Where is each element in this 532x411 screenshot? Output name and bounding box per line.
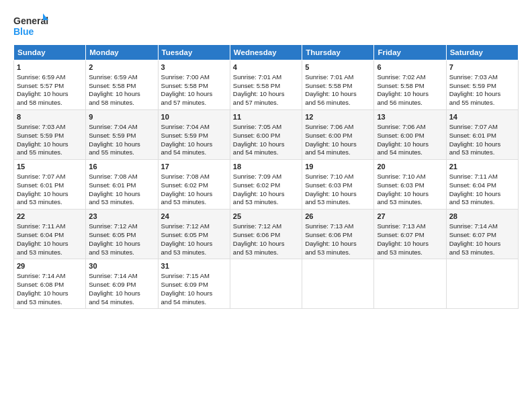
day-info-line: Sunrise: 7:14 AM: [17, 272, 83, 281]
day-info-line: and 55 minutes.: [449, 99, 515, 107]
day-info-line: and 53 minutes.: [377, 248, 443, 257]
calendar-cell: [302, 259, 374, 309]
day-info-line: Daylight: 10 hours: [233, 240, 299, 248]
day-info-line: Sunset: 5:59 PM: [89, 132, 154, 140]
day-info-line: Sunset: 5:57 PM: [17, 82, 83, 91]
calendar-cell: [230, 259, 302, 309]
day-info-line: Sunset: 5:58 PM: [89, 82, 154, 91]
day-info-line: Sunset: 5:59 PM: [161, 132, 227, 140]
day-info-line: Daylight: 10 hours: [17, 90, 83, 99]
day-number: 21: [449, 162, 515, 172]
day-info-line: Sunrise: 7:13 AM: [377, 222, 443, 231]
calendar-cell: 30Sunrise: 7:14 AMSunset: 6:09 PMDayligh…: [86, 259, 158, 309]
day-info-line: Daylight: 10 hours: [233, 190, 299, 199]
day-info-line: Sunrise: 7:04 AM: [161, 123, 227, 132]
calendar-cell: 31Sunrise: 7:15 AMSunset: 6:09 PMDayligh…: [158, 259, 230, 309]
calendar-table: SundayMondayTuesdayWednesdayThursdayFrid…: [13, 44, 519, 309]
weekday-header-cell: Tuesday: [158, 45, 230, 60]
day-info-line: Sunrise: 7:06 AM: [377, 123, 443, 132]
day-info-line: Sunset: 5:58 PM: [161, 82, 227, 91]
day-info-line: Sunset: 6:01 PM: [17, 181, 83, 190]
day-info-line: Sunset: 6:02 PM: [233, 181, 299, 190]
calendar-cell: 5Sunrise: 7:01 AMSunset: 5:58 PMDaylight…: [302, 60, 374, 110]
calendar-cell: 12Sunrise: 7:06 AMSunset: 6:00 PMDayligh…: [302, 110, 374, 160]
day-info-line: and 53 minutes.: [449, 198, 515, 207]
day-info-line: Sunrise: 7:01 AM: [233, 73, 299, 82]
day-info-line: Sunset: 5:59 PM: [17, 132, 83, 140]
day-info-line: Sunrise: 7:10 AM: [305, 173, 371, 181]
day-info-line: Daylight: 10 hours: [305, 140, 371, 149]
day-info-line: and 54 minutes.: [161, 148, 227, 157]
day-info-line: Daylight: 10 hours: [305, 90, 371, 99]
day-info-line: and 58 minutes.: [89, 99, 154, 107]
day-info-line: Daylight: 10 hours: [449, 140, 515, 149]
calendar-cell: 27Sunrise: 7:13 AMSunset: 6:07 PMDayligh…: [374, 210, 446, 259]
day-info-line: Sunset: 6:04 PM: [449, 181, 515, 190]
day-info-line: and 53 minutes.: [89, 198, 154, 207]
day-info-line: Daylight: 10 hours: [89, 240, 154, 248]
calendar-cell: 2Sunrise: 6:59 AMSunset: 5:58 PMDaylight…: [86, 60, 158, 110]
day-info-line: and 57 minutes.: [161, 99, 227, 107]
day-number: 30: [89, 261, 154, 271]
day-info-line: Daylight: 10 hours: [17, 190, 83, 199]
day-info-line: Sunset: 5:58 PM: [377, 82, 443, 91]
day-info-line: Daylight: 10 hours: [161, 240, 227, 248]
day-info-line: Sunset: 6:01 PM: [89, 181, 154, 190]
day-info-line: Sunrise: 7:06 AM: [305, 123, 371, 132]
day-info-line: Sunset: 6:06 PM: [233, 231, 299, 240]
day-info-line: Sunset: 6:07 PM: [449, 231, 515, 240]
calendar-cell: 17Sunrise: 7:08 AMSunset: 6:02 PMDayligh…: [158, 160, 230, 210]
day-info-line: and 53 minutes.: [17, 298, 83, 307]
day-info-line: Sunset: 6:03 PM: [305, 181, 371, 190]
day-info-line: Sunrise: 7:04 AM: [89, 123, 154, 132]
day-info-line: Daylight: 10 hours: [17, 240, 83, 248]
day-info-line: Daylight: 10 hours: [449, 190, 515, 199]
calendar-cell: 8Sunrise: 7:03 AMSunset: 5:59 PMDaylight…: [14, 110, 86, 160]
day-number: 17: [161, 162, 227, 172]
day-number: 13: [377, 112, 443, 122]
day-info-line: Daylight: 10 hours: [377, 140, 443, 149]
day-number: 6: [377, 62, 443, 73]
day-info-line: Sunrise: 7:08 AM: [89, 173, 154, 181]
calendar-cell: 15Sunrise: 7:07 AMSunset: 6:01 PMDayligh…: [14, 160, 86, 210]
weekday-header-cell: Friday: [374, 45, 446, 60]
weekday-header-cell: Monday: [86, 45, 158, 60]
calendar-cell: 14Sunrise: 7:07 AMSunset: 6:01 PMDayligh…: [446, 110, 518, 160]
calendar-cell: 6Sunrise: 7:02 AMSunset: 5:58 PMDaylight…: [374, 60, 446, 110]
day-info-line: Daylight: 10 hours: [377, 190, 443, 199]
day-info-line: Sunrise: 7:14 AM: [89, 272, 154, 281]
day-info-line: and 53 minutes.: [449, 148, 515, 157]
day-info-line: Sunset: 6:03 PM: [377, 181, 443, 190]
day-info-line: Sunrise: 7:00 AM: [161, 73, 227, 82]
day-info-line: Daylight: 10 hours: [17, 289, 83, 298]
calendar-cell: 9Sunrise: 7:04 AMSunset: 5:59 PMDaylight…: [86, 110, 158, 160]
day-info-line: Sunset: 5:58 PM: [305, 82, 371, 91]
day-info-line: and 57 minutes.: [233, 99, 299, 107]
logo-icon: General Blue: [13, 12, 48, 39]
day-info-line: Sunset: 6:00 PM: [377, 132, 443, 140]
day-info-line: Daylight: 10 hours: [377, 240, 443, 248]
day-info-line: Daylight: 10 hours: [89, 140, 154, 149]
day-info-line: Daylight: 10 hours: [449, 240, 515, 248]
day-number: 14: [449, 112, 515, 122]
day-info-line: and 53 minutes.: [161, 248, 227, 257]
calendar-cell: 20Sunrise: 7:10 AMSunset: 6:03 PMDayligh…: [374, 160, 446, 210]
day-number: 31: [161, 261, 227, 271]
calendar-cell: 1Sunrise: 6:59 AMSunset: 5:57 PMDaylight…: [14, 60, 86, 110]
day-info-line: and 53 minutes.: [161, 198, 227, 207]
day-info-line: Sunset: 6:08 PM: [17, 281, 83, 289]
day-info-line: Daylight: 10 hours: [89, 190, 154, 199]
day-number: 22: [17, 212, 83, 222]
weekday-header-cell: Wednesday: [230, 45, 302, 60]
day-info-line: and 53 minutes.: [233, 198, 299, 207]
day-info-line: Sunset: 6:01 PM: [449, 132, 515, 140]
day-info-line: Sunrise: 7:03 AM: [17, 123, 83, 132]
day-info-line: and 53 minutes.: [377, 198, 443, 207]
calendar-cell: 24Sunrise: 7:12 AMSunset: 6:05 PMDayligh…: [158, 210, 230, 259]
day-number: 7: [449, 62, 515, 73]
day-number: 23: [89, 212, 154, 222]
day-number: 18: [233, 162, 299, 172]
weekday-header-cell: Thursday: [302, 45, 374, 60]
calendar-week-row: 15Sunrise: 7:07 AMSunset: 6:01 PMDayligh…: [14, 160, 519, 210]
day-info-line: and 53 minutes.: [305, 198, 371, 207]
